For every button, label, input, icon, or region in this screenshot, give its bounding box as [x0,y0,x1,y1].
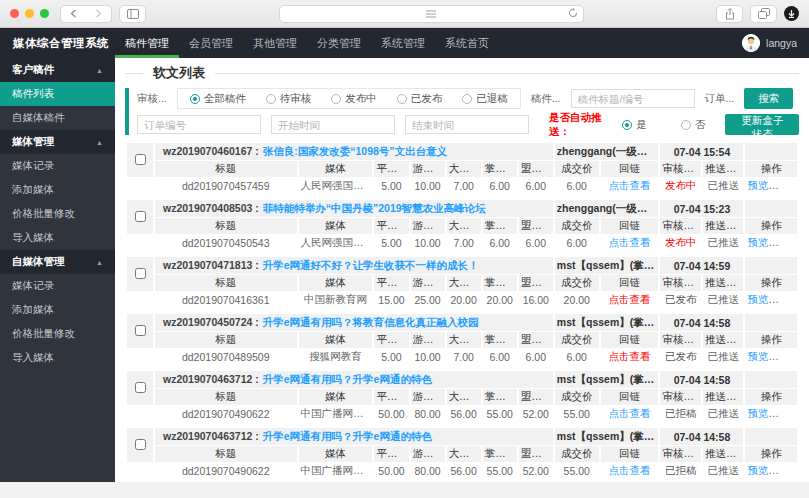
sidebar-entry-label: 导入媒体 [12,231,54,245]
sidebar-entry[interactable]: 媒体记录 ▲ [0,154,115,178]
reload-button[interactable] [568,8,578,18]
price-ambassador: 7.00 [447,178,481,194]
auto-push-radio-option[interactable]: 是 [612,118,657,132]
preview-link[interactable]: 预览 [747,179,768,191]
price-ambassador: 56.00 [447,463,481,479]
tabs-icon [758,8,770,19]
col-leader-price: 盟主价 [519,446,553,462]
audit-status: 已拒稿 [665,464,697,476]
sidebar-entry[interactable]: 导入媒体 ▲ [0,346,115,370]
search-button[interactable]: 搜索 [744,88,793,109]
col-deal-price: 成交价 [555,332,599,348]
article-group: wz2019070408503 :菲特能特举办“中国丹棱”2019智慧农业高峰论… [125,199,799,252]
article-title-link[interactable]: 升学e网通有用吗？将教育信息化真正融入校园 [263,316,479,328]
sidebar-entry[interactable]: 自媒体管理 ▲ [0,250,115,274]
col-platform-price: 平台价 [374,446,408,462]
top-menu-item-label: 分类管理 [317,36,361,51]
window-zoom-button[interactable] [40,9,49,18]
row-checkbox[interactable] [135,154,146,165]
radio-icon [397,94,407,104]
status-radio-option[interactable]: 待审核 [256,92,322,106]
view-backlink[interactable]: 点击查看 [609,464,651,476]
title-search-input[interactable] [571,89,695,108]
sidebar-entry-label: 添加媒体 [12,303,54,317]
tab-overview-button[interactable] [751,5,776,23]
preview-link[interactable]: 预览 [747,236,768,248]
address-bar[interactable] [279,5,584,23]
back-button[interactable] [61,5,86,23]
preview-link[interactable]: 预览 [747,350,768,362]
sidebar-entry[interactable]: 价格批量修改 ▲ [0,322,115,346]
sidebar-entry[interactable]: 媒体管理 ▲ [0,130,115,154]
username: langya [766,37,797,49]
col-audit-progress: 审核进度 [660,389,701,405]
top-menu-item[interactable]: 系统管理 [371,28,435,58]
status-radio-option[interactable]: 全部稿件 [180,92,256,106]
article-title-link[interactable]: 张信良:国家发改委“1098号”文出台意义 [263,145,447,157]
col-actions: 操作 [745,332,797,348]
preview-link[interactable]: 预览 [747,293,768,305]
window-close-button[interactable] [10,9,19,18]
price-guest: 10.00 [411,349,445,365]
row-checkbox[interactable] [135,211,146,222]
view-backlink[interactable]: 点击查看 [609,179,651,191]
article-title-link[interactable]: 升学e网通有用吗？升学e网通的特色 [263,373,432,385]
radio-label: 已发布 [411,92,443,106]
col-master-price: 掌门价 [483,446,517,462]
sidebar-entry[interactable]: 客户稿件 ▲ [0,58,115,82]
top-menu: 稿件管理 会员管理 其他管理 分类管理 系统管理 系统首页 [115,28,499,58]
price-guest: 10.00 [411,235,445,251]
end-time-input[interactable] [405,115,529,134]
user-menu[interactable]: langya [742,28,809,58]
sidebar-entry[interactable]: 价格批量修改 ▲ [0,202,115,226]
share-button[interactable] [717,5,742,23]
update-box-status-button[interactable]: 更新盒子状态 [725,114,799,135]
sidebar-toggle-button[interactable] [120,5,145,23]
price-platform: 50.00 [374,406,408,422]
view-backlink[interactable]: 点击查看 [609,236,651,248]
sidebar-icon [127,9,139,19]
window-minimize-button[interactable] [25,9,34,18]
status-radio-option[interactable]: 已退稿 [452,92,518,106]
sidebar-entry[interactable]: 添加媒体 ▲ [0,298,115,322]
row-checkbox[interactable] [135,325,146,336]
order-number-input[interactable] [137,115,261,134]
column-header-row: 标题 媒体 平台价 游客价 大使价 掌门价 盟主价 成交价 回链 审核进度 推送… [127,218,797,234]
sidebar-entry[interactable]: 稿件列表 ▲ [0,82,115,106]
price-deal: 55.00 [555,463,599,479]
view-backlink[interactable]: 点击查看 [609,350,651,362]
article-title-link[interactable]: 菲特能特举办“中国丹棱”2019智慧农业高峰论坛 [263,202,486,214]
top-menu-item[interactable]: 分类管理 [307,28,371,58]
col-actions: 操作 [745,218,797,234]
preview-link[interactable]: 预览 [747,464,768,476]
row-checkbox[interactable] [135,439,146,450]
top-menu-item[interactable]: 会员管理 [179,28,243,58]
status-radio-option[interactable]: 发布中 [321,92,387,106]
actions-cell: 预览编辑 [745,463,797,479]
auto-push-radio-option[interactable]: 否 [671,118,716,132]
article-title-link[interactable]: 升学e网通有用吗？升学e网通的特色 [263,430,432,442]
row-checkbox[interactable] [135,382,146,393]
top-menu-item[interactable]: 系统首页 [435,28,499,58]
article-title-link[interactable]: 升学e网通好不好？让学生收获不一样的成长！ [263,259,479,271]
downloads-button[interactable] [784,6,799,21]
group-header-empty-cell [745,428,797,445]
top-menu-item[interactable]: 稿件管理 [115,28,179,58]
start-time-input[interactable] [271,115,395,134]
group-header-empty-cell [745,257,797,274]
top-menu-item[interactable]: 其他管理 [243,28,307,58]
sidebar-entry[interactable]: 自媒体稿件 ▲ [0,106,115,130]
status-radio-option[interactable]: 已发布 [387,92,453,106]
preview-link[interactable]: 预览 [747,407,768,419]
row-checkbox[interactable] [135,268,146,279]
sidebar-entry[interactable]: 导入媒体 ▲ [0,226,115,250]
push-status: 已推送 [703,178,744,194]
view-backlink[interactable]: 点击查看 [609,293,651,305]
price-deal: 6.00 [555,178,599,194]
col-platform-price: 平台价 [374,218,408,234]
forward-button[interactable] [86,5,111,23]
sidebar-entry[interactable]: 添加媒体 ▲ [0,178,115,202]
sidebar-entry[interactable]: 媒体记录 ▲ [0,274,115,298]
view-backlink[interactable]: 点击查看 [609,407,651,419]
browser-chrome [0,0,809,28]
